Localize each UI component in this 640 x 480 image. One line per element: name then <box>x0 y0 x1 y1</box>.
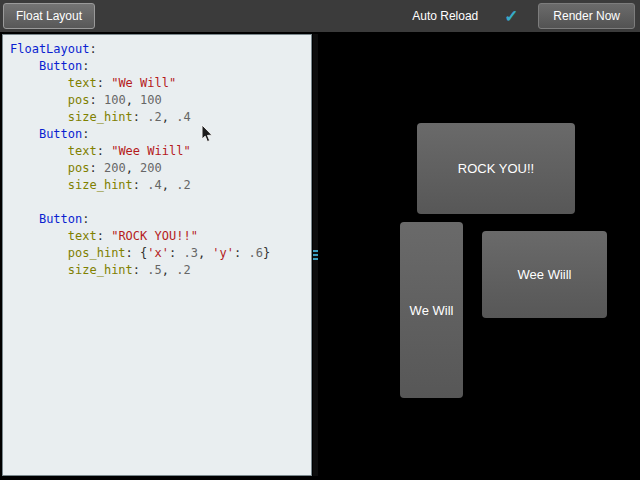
auto-reload-label: Auto Reload <box>412 9 478 23</box>
code-line: Button: <box>10 211 311 228</box>
preview-button-we-will[interactable]: We Will <box>400 222 463 398</box>
render-now-button[interactable]: Render Now <box>538 3 635 29</box>
auto-reload-checkbox[interactable]: ✓ <box>500 5 522 27</box>
code-line: FloatLayout: <box>10 41 311 58</box>
code-line: text: "Wee Wiill" <box>10 143 311 160</box>
code-line: size_hint: .2, .4 <box>10 109 311 126</box>
topbar-right-group: Auto Reload ✓ Render Now <box>412 3 637 29</box>
preview-button-wee-wiill[interactable]: Wee Wiill <box>482 231 607 318</box>
code-line: Button: <box>10 126 311 143</box>
preview-button-rock-you[interactable]: ROCK YOU!! <box>417 123 575 214</box>
code-line: pos: 200, 200 <box>10 160 311 177</box>
code-line <box>10 194 311 211</box>
code-line: text: "We Will" <box>10 75 311 92</box>
kivy-catalog-window: Float Layout Auto Reload ✓ Render Now Fl… <box>0 0 640 480</box>
layout-spinner-label: Float Layout <box>16 9 82 23</box>
code-line: Button: <box>10 58 311 75</box>
code-line: size_hint: .5, .2 <box>10 262 311 279</box>
code-line: text: "ROCK YOU!!" <box>10 228 311 245</box>
mouse-cursor <box>201 124 214 143</box>
code-line: size_hint: .4, .2 <box>10 177 311 194</box>
action-bar: Float Layout Auto Reload ✓ Render Now <box>0 0 640 32</box>
code-line: pos_hint: {'x': .3, 'y': .6} <box>10 245 311 262</box>
code-line: pos: 100, 100 <box>10 92 311 109</box>
preview-panel: ROCK YOU!!Wee WiillWe Will <box>318 32 640 480</box>
code-lines: FloatLayout: Button: text: "We Will" pos… <box>10 41 311 279</box>
layout-spinner[interactable]: Float Layout <box>3 3 95 29</box>
kv-code-editor[interactable]: FloatLayout: Button: text: "We Will" pos… <box>2 34 312 476</box>
check-icon: ✓ <box>504 8 518 25</box>
